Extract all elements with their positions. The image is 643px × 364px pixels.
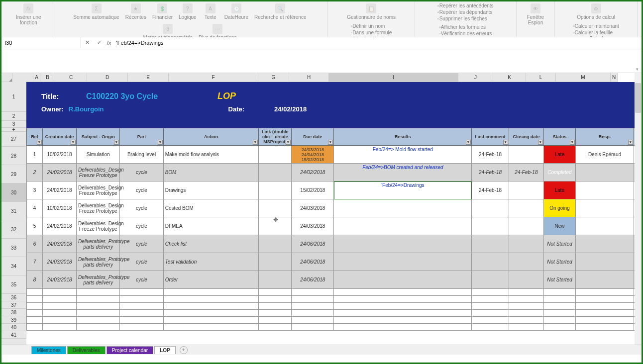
cell[interactable]: [575, 253, 634, 271]
row-header[interactable]: 38: [1, 309, 26, 316]
cell[interactable]: [259, 164, 292, 182]
cell[interactable]: [334, 235, 472, 253]
cell[interactable]: Completed: [544, 164, 576, 182]
cell[interactable]: Deliverables_Design Freeze Prototype: [77, 182, 120, 199]
col-header-subject[interactable]: Subject - Origin▾: [77, 128, 120, 146]
cell[interactable]: 24/06/2018: [292, 271, 334, 289]
cell[interactable]: Deliverables_Design Freeze Prototype: [77, 164, 120, 182]
column-header[interactable]: M: [556, 73, 611, 82]
cell[interactable]: [259, 289, 292, 296]
cell[interactable]: New: [544, 217, 576, 235]
cell[interactable]: [472, 217, 509, 235]
filter-arrow-icon[interactable]: ▾: [158, 140, 163, 145]
row-header[interactable]: 36: [1, 294, 26, 301]
table-row[interactable]: [27, 310, 642, 317]
cell[interactable]: [544, 317, 576, 324]
table-row[interactable]: 724/03/2018Deliverables_Prototype parts …: [27, 253, 642, 271]
calc-options-button[interactable]: ⚙Options de calcul: [575, 2, 617, 21]
filter-arrow-icon[interactable]: ▾: [253, 140, 258, 145]
cell[interactable]: [259, 253, 292, 271]
cell[interactable]: Deliverables_Design Freeze Prototype: [77, 217, 120, 235]
cell[interactable]: 24/03/2018: [292, 217, 334, 235]
cell[interactable]: [334, 317, 472, 324]
cell[interactable]: 24/06/2018: [292, 253, 334, 271]
cell[interactable]: [575, 164, 634, 182]
cell[interactable]: [575, 296, 634, 303]
cell[interactable]: [42, 324, 76, 331]
cell[interactable]: [575, 217, 634, 235]
cell[interactable]: [120, 324, 163, 331]
cell[interactable]: [77, 296, 120, 303]
col-header-creation[interactable]: Creation date▾: [42, 128, 76, 146]
cell[interactable]: 'Feb/24=>Drawings: [334, 182, 472, 199]
filter-arrow-icon[interactable]: ▾: [628, 140, 633, 145]
error-check-button[interactable]: ▫ Vérification des erreurs: [437, 30, 493, 37]
table-row[interactable]: [27, 296, 642, 303]
cell[interactable]: 24/03/2018: [42, 271, 76, 289]
cell[interactable]: [334, 289, 472, 296]
column-header[interactable]: A: [33, 73, 40, 82]
cell[interactable]: [509, 317, 543, 324]
row-header[interactable]: 34: [1, 257, 26, 275]
row-header[interactable]: 41: [1, 331, 26, 339]
cell[interactable]: [27, 310, 43, 317]
column-header[interactable]: E: [128, 73, 169, 82]
cell[interactable]: [472, 199, 509, 217]
cell[interactable]: [509, 146, 543, 164]
cell[interactable]: 24/02/2018: [292, 164, 334, 182]
cell[interactable]: [575, 317, 634, 324]
cell[interactable]: [42, 317, 76, 324]
cell[interactable]: Order: [163, 271, 259, 289]
cell[interactable]: [27, 296, 43, 303]
cell[interactable]: 6: [27, 235, 43, 253]
col-header-resp[interactable]: Resp.▾: [575, 128, 634, 146]
cell[interactable]: [334, 324, 472, 331]
cell[interactable]: Braking level: [120, 146, 163, 164]
cell[interactable]: cycle: [120, 235, 163, 253]
formula-input[interactable]: [113, 37, 642, 48]
cell[interactable]: [163, 296, 259, 303]
cell[interactable]: Feb/24=> Mold flow started: [334, 146, 472, 164]
logical-button[interactable]: ?Logique: [177, 2, 199, 21]
tab-lop[interactable]: LOP: [154, 346, 176, 354]
cell[interactable]: [259, 324, 292, 331]
filter-arrow-icon[interactable]: ▾: [570, 140, 575, 145]
row-header[interactable]: 30: [1, 183, 26, 202]
cell[interactable]: [509, 289, 543, 296]
cell[interactable]: [472, 289, 509, 296]
cell[interactable]: [259, 296, 292, 303]
watch-window-button[interactable]: 👁Fenêtre Espion: [521, 2, 550, 26]
cell[interactable]: Not Started: [544, 235, 576, 253]
remove-arrows-button[interactable]: ▫ Supprimer les flèches: [436, 15, 495, 22]
row-header[interactable]: 31: [1, 202, 26, 220]
row-header[interactable]: 29: [1, 165, 26, 183]
cell[interactable]: [77, 289, 120, 296]
cell[interactable]: cycle: [120, 253, 163, 271]
col-header-status[interactable]: Status▾: [544, 128, 576, 146]
grid-body[interactable]: ABCDEFGHIJKLMN Title: C100220 3yo Cycle …: [26, 73, 642, 345]
cell[interactable]: [259, 271, 292, 289]
cell[interactable]: Deliverables_Prototype parts delivery: [77, 271, 120, 289]
cell[interactable]: [42, 310, 76, 317]
row-header[interactable]: 27: [1, 132, 26, 147]
row-header[interactable]: 37: [1, 301, 26, 309]
table-row[interactable]: 524/02/2018Deliverables_Design Freeze Pr…: [27, 217, 642, 235]
column-header[interactable]: I: [329, 73, 458, 82]
select-all-corner[interactable]: [1, 73, 12, 82]
cell[interactable]: [509, 324, 543, 331]
cell[interactable]: [334, 199, 472, 217]
cell[interactable]: 15/02/2018: [292, 182, 334, 199]
filter-arrow-icon[interactable]: ▾: [466, 140, 471, 145]
column-header[interactable]: G: [258, 73, 289, 82]
filter-arrow-icon[interactable]: ▾: [114, 140, 119, 145]
cell[interactable]: [163, 289, 259, 296]
cell[interactable]: 3: [27, 182, 43, 199]
col-header-part[interactable]: Part▾: [120, 128, 163, 146]
table-row[interactable]: 110/02/2018SimulationBraking levelMake m…: [27, 146, 642, 164]
row-header[interactable]: 28: [1, 147, 26, 165]
cell[interactable]: [292, 289, 334, 296]
cell[interactable]: 24/03/2018: [292, 199, 334, 217]
cell[interactable]: Costed BOM: [163, 199, 259, 217]
cell[interactable]: [259, 199, 292, 217]
trace-dependents-button[interactable]: ▫ Repérer les dépendants: [436, 9, 495, 15]
